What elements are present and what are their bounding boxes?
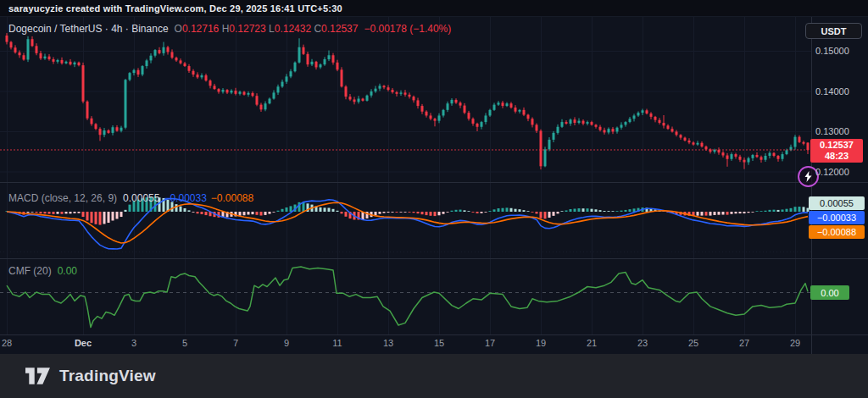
currency-toggle-button[interactable]: USDT <box>805 23 862 39</box>
candle-body <box>387 87 390 90</box>
candle-body <box>40 53 42 58</box>
macd-histogram-bar <box>108 212 110 223</box>
macd-histogram-bar <box>70 212 72 213</box>
candle-body <box>430 115 432 119</box>
macd-histogram-bar <box>44 212 47 213</box>
macd-histogram-bar <box>205 212 208 215</box>
macd-histogram-bar <box>506 207 509 212</box>
candle-body <box>726 156 729 159</box>
macd-histogram-bar <box>74 212 76 213</box>
candle-body <box>222 90 225 91</box>
time-tick-label: 15 <box>434 338 444 348</box>
attribution-text: sarayucyzie created with TradingView.com… <box>8 3 342 14</box>
macd-histogram-bar <box>413 212 415 213</box>
macd-title[interactable]: MACD (close, 12, 26, 9) <box>8 192 117 204</box>
candle-body <box>544 149 547 166</box>
time-tick-label: 11 <box>332 338 342 348</box>
macd-histogram-bar <box>188 210 191 212</box>
candle-body <box>684 138 687 141</box>
candle-body <box>578 121 581 123</box>
macd-histogram-bar <box>523 210 526 212</box>
macd-histogram-bar <box>125 210 127 212</box>
candle-body <box>252 93 254 96</box>
macd-histogram-bar <box>620 211 623 212</box>
macd-histogram-bar <box>91 212 93 223</box>
symbol-title[interactable]: Dogecoin / TetherUS · 4h · Binance <box>8 23 169 35</box>
tradingview-logo-icon[interactable] <box>25 368 51 384</box>
macd-histogram-bar <box>519 209 521 212</box>
cmf-legend[interactable]: CMF (20) 0.00 <box>8 265 77 277</box>
candle-body <box>260 105 263 110</box>
candle-body <box>362 99 364 101</box>
macd-histogram-bar <box>697 212 699 216</box>
candle-body <box>345 86 348 97</box>
macd-histogram-bar <box>256 212 259 215</box>
macd-histogram-bar <box>273 212 275 213</box>
macd-histogram-bar <box>748 212 750 213</box>
candle-body <box>502 102 504 106</box>
macd-histogram-bar <box>557 212 559 213</box>
macd-histogram-bar <box>180 207 182 212</box>
candle-body <box>159 50 161 53</box>
candle-body <box>48 57 51 59</box>
macd-histogram-bar <box>739 212 742 213</box>
candle-body <box>61 60 64 64</box>
macd-histogram-bar <box>31 212 34 213</box>
macd-histogram-bar <box>599 210 602 212</box>
macd-legend[interactable]: MACD (close, 12, 26, 9) 0.00055−0.00033−… <box>8 192 258 204</box>
candle-body <box>256 96 259 104</box>
macd-histogram-bar <box>184 208 186 212</box>
candle-body <box>413 97 415 100</box>
candle-body <box>27 39 30 59</box>
candle-body <box>129 73 131 80</box>
candle-body <box>137 70 140 75</box>
candle-body <box>574 119 576 123</box>
candle-body <box>400 92 403 93</box>
candle-body <box>553 133 555 140</box>
macd-value: −0.00033 <box>164 192 206 204</box>
candle-body <box>36 46 38 53</box>
candle-body <box>519 110 521 112</box>
time-tick-label: 13 <box>383 338 393 348</box>
time-tick-label: 3 <box>131 338 136 348</box>
candle-body <box>99 129 102 135</box>
candle-body <box>608 129 610 132</box>
tradingview-chart-screenshot: sarayucyzie created with TradingView.com… <box>0 0 868 398</box>
macd-histogram-bar <box>765 211 767 212</box>
macd-histogram-bar <box>421 212 424 214</box>
ohlc-value: 0.12537 <box>321 23 358 35</box>
candle-body <box>629 119 632 122</box>
candle-body <box>612 129 615 131</box>
candle-body <box>426 112 428 116</box>
macd-histogram-bar <box>201 212 203 214</box>
candle-body <box>510 103 513 108</box>
candle-body <box>646 110 648 113</box>
time-tick-label: 5 <box>182 338 187 348</box>
symbol-info-bar[interactable]: Dogecoin / TetherUS · 4h · Binance O0.12… <box>8 23 451 35</box>
macd-histogram-bar <box>404 212 407 213</box>
candle-body <box>125 80 127 128</box>
macd-histogram-bar <box>570 209 572 212</box>
macd-histogram-bar <box>129 205 131 212</box>
candle-body <box>671 129 674 131</box>
candle-body <box>269 99 271 104</box>
chart-canvas[interactable] <box>0 0 868 354</box>
tradingview-logo-text[interactable]: TradingView <box>59 367 156 385</box>
macd-histogram-bar <box>705 212 708 216</box>
macd-histogram-bar <box>61 212 64 214</box>
candle-body <box>281 82 284 87</box>
macd-histogram-bar <box>531 212 534 213</box>
candle-body <box>353 99 356 102</box>
macd-histogram-bar <box>565 210 568 212</box>
ohlc-key: O <box>175 23 182 35</box>
candle-body <box>468 113 470 119</box>
macd-histogram-bar <box>396 212 398 213</box>
macd-histogram-bar <box>442 212 445 214</box>
macd-histogram-bar <box>252 212 254 214</box>
candle-body <box>235 91 237 94</box>
candle-body <box>86 102 89 119</box>
macd-histogram-bar <box>782 209 784 212</box>
candle-body <box>337 63 339 70</box>
macd-histogram-bar <box>489 211 492 212</box>
cmf-title[interactable]: CMF (20) <box>8 265 52 277</box>
